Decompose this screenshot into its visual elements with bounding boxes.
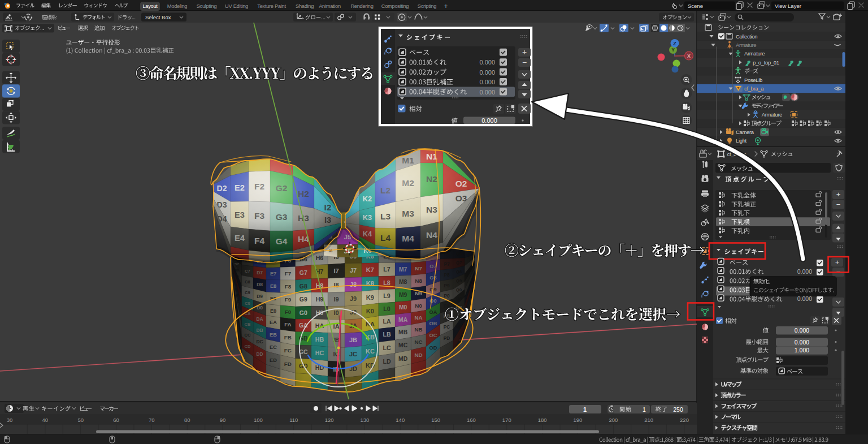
svg-text:0.000: 0.000 — [795, 339, 809, 346]
svg-text:Armature: Armature — [762, 111, 782, 118]
svg-text:Scene: Scene — [688, 3, 703, 9]
svg-text:30: 30 — [7, 417, 13, 423]
svg-text:0.000: 0.000 — [481, 117, 497, 124]
svg-text:Scripting: Scripting — [418, 3, 437, 9]
svg-text:0.000: 0.000 — [479, 59, 495, 66]
svg-text:0.000: 0.000 — [479, 79, 495, 85]
svg-text:Texture Paint: Texture Paint — [257, 3, 286, 9]
svg-text:Armature: Armature — [744, 50, 765, 57]
svg-text:cf_bra_a: cf_bra_a — [744, 85, 764, 92]
svg-text:50: 50 — [77, 417, 84, 423]
svg-text:210: 210 — [644, 417, 653, 423]
svg-text:+: + — [836, 190, 841, 199]
svg-text:View Layer: View Layer — [775, 3, 801, 9]
svg-text:0.000: 0.000 — [479, 69, 495, 76]
svg-text:70: 70 — [149, 417, 155, 423]
svg-text:UV Editing: UV Editing — [225, 3, 248, 9]
svg-text:0.000: 0.000 — [797, 268, 812, 275]
svg-text:80: 80 — [184, 417, 190, 423]
svg-text:0.000: 0.000 — [797, 295, 812, 302]
svg-text:60: 60 — [113, 417, 119, 423]
svg-text:Sculpting: Sculpting — [197, 3, 217, 9]
svg-text:180: 180 — [538, 417, 547, 423]
svg-text:Camera: Camera — [736, 129, 754, 135]
svg-text:100: 100 — [254, 417, 263, 423]
svg-text:140: 140 — [396, 417, 405, 423]
svg-text:Z: Z — [673, 41, 676, 46]
svg-text:160: 160 — [467, 417, 476, 423]
svg-text:−: − — [522, 58, 527, 67]
svg-text:Light: Light — [736, 137, 747, 144]
svg-text:PoseLib: PoseLib — [744, 77, 762, 83]
svg-text:170: 170 — [502, 417, 511, 423]
svg-text:p_o_top_01: p_o_top_01 — [753, 59, 779, 66]
svg-text:Collection: Collection — [736, 33, 757, 40]
svg-text:Modeling: Modeling — [167, 3, 187, 9]
svg-text:X: X — [687, 53, 691, 59]
svg-text:0.000: 0.000 — [795, 327, 809, 334]
svg-text:+: + — [444, 2, 448, 10]
svg-text:40: 40 — [42, 417, 49, 423]
svg-text:120: 120 — [325, 417, 334, 423]
svg-text:Animation: Animation — [319, 3, 341, 9]
svg-text:Armature: Armature — [736, 42, 756, 48]
svg-text:Compositing: Compositing — [381, 3, 409, 9]
svg-text:200: 200 — [609, 417, 618, 423]
svg-text:+: + — [522, 48, 527, 57]
svg-text:0.000: 0.000 — [479, 89, 495, 96]
svg-text:−: − — [836, 200, 841, 209]
svg-text:110: 110 — [289, 417, 298, 423]
svg-text:+: + — [835, 258, 840, 266]
svg-text:250: 250 — [673, 406, 683, 413]
svg-text:Shading: Shading — [296, 3, 314, 9]
svg-text:Select Box: Select Box — [145, 14, 171, 20]
svg-text:90: 90 — [220, 417, 226, 423]
svg-text:1.000: 1.000 — [795, 347, 809, 354]
svg-text:Y: Y — [671, 47, 675, 53]
svg-text:190: 190 — [574, 417, 583, 423]
svg-text:130: 130 — [360, 417, 369, 423]
svg-text:150: 150 — [431, 417, 440, 423]
svg-text:1: 1 — [583, 406, 587, 413]
svg-text:1: 1 — [643, 406, 646, 413]
svg-text:220: 220 — [680, 417, 689, 423]
svg-text:Layout: Layout — [142, 3, 158, 9]
svg-text:Rendering: Rendering — [350, 3, 373, 9]
